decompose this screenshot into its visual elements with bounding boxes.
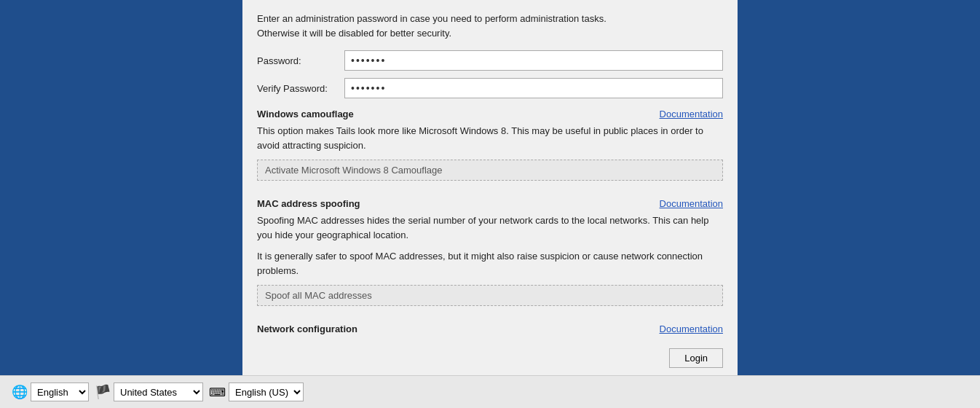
password-label: Password: bbox=[257, 55, 344, 66]
verify-password-label: Verify Password: bbox=[257, 83, 344, 94]
bottom-bar: 🌐 English Français Deutsch Español 🏴 Uni… bbox=[0, 375, 980, 408]
windows-camouflage-title: Windows camouflage bbox=[257, 109, 354, 119]
windows-camouflage-body: This option makes Tails look more like M… bbox=[257, 124, 723, 152]
country-select[interactable]: United States United Kingdom Canada Germ… bbox=[114, 382, 203, 401]
settings-panel: Enter an administration password in case… bbox=[242, 0, 738, 375]
network-config-header: Network configuration Documentation bbox=[257, 323, 723, 334]
flag-icon: 🏴 bbox=[95, 384, 111, 400]
keyboard-group: ⌨ English (US) English (UK) French Germa… bbox=[209, 382, 304, 401]
intro-line1: Enter an administration password in case… bbox=[257, 13, 606, 24]
activate-camouflage-button[interactable]: Activate Microsoft Windows 8 Camouflage bbox=[257, 160, 723, 181]
mac-spoofing-body2: It is generally safer to spoof MAC addre… bbox=[257, 249, 723, 278]
mac-spoofing-header: MAC address spoofing Documentation bbox=[257, 198, 723, 209]
language-select[interactable]: English Français Deutsch Español bbox=[31, 382, 89, 401]
country-group: 🏴 United States United Kingdom Canada Ge… bbox=[95, 382, 203, 401]
language-group: 🌐 English Français Deutsch Español bbox=[12, 382, 89, 401]
login-button[interactable]: Login bbox=[669, 348, 723, 368]
intro-line2: Otherwise it will be disabled for better… bbox=[257, 28, 451, 39]
keyboard-icon: ⌨ bbox=[209, 385, 226, 399]
mac-spoofing-title: MAC address spoofing bbox=[257, 198, 360, 209]
password-row: Password: bbox=[257, 50, 723, 71]
verify-password-row: Verify Password: bbox=[257, 78, 723, 98]
password-input[interactable] bbox=[344, 50, 723, 71]
globe-icon: 🌐 bbox=[12, 384, 28, 400]
network-config-doc-link[interactable]: Documentation bbox=[660, 323, 723, 334]
windows-camouflage-header: Windows camouflage Documentation bbox=[257, 109, 723, 119]
intro-text: Enter an administration password in case… bbox=[257, 12, 723, 40]
verify-password-input[interactable] bbox=[344, 78, 723, 98]
login-btn-container: Login bbox=[669, 348, 723, 368]
windows-camouflage-doc-link[interactable]: Documentation bbox=[660, 109, 723, 119]
mac-spoofing-body1: Spoofing MAC addresses hides the serial … bbox=[257, 213, 723, 242]
spoof-mac-button[interactable]: Spoof all MAC addresses bbox=[257, 285, 723, 306]
mac-spoofing-doc-link[interactable]: Documentation bbox=[660, 198, 723, 209]
keyboard-select[interactable]: English (US) English (UK) French German bbox=[229, 382, 304, 401]
network-config-title: Network configuration bbox=[257, 323, 357, 334]
